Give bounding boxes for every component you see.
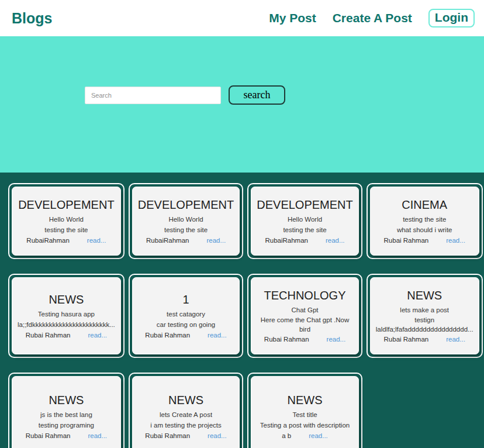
post-category: CINEMA [402,198,447,212]
post-meta: RubaiRahman read... [265,237,344,244]
post-meta: Rubai Rahman read... [26,432,107,439]
post-title: Chat Gpt [291,306,318,315]
post-category: NEWS [168,394,203,407]
post-title: test catagory [167,310,205,319]
read-more-link[interactable]: read... [446,336,465,343]
post-title: js is the best lang [40,411,92,420]
read-more-link[interactable]: read... [446,237,465,244]
post-description: i am testing the projects [150,421,221,430]
post-meta: RubaiRahman read... [146,237,226,244]
hero-section: search [0,36,484,173]
post-card[interactable]: NEWS Testing hasura app la;;fdkkkkkkkkkk… [8,274,125,358]
post-meta: Rubai Rahman read... [384,336,465,343]
post-category: DEVELOPEMENT [18,198,114,212]
post-card[interactable]: NEWS Test title Testing a post with desc… [247,373,362,448]
post-title: testing the site [403,215,446,225]
post-category: DEVELOPEMENT [138,198,234,212]
post-description: Testing a post with description [260,421,350,430]
post-card-body: NEWS lets Create A post i am testing the… [132,376,240,448]
post-author: Rubai Rahman [145,332,190,339]
post-card-body: NEWS Testing hasura app la;;fdkkkkkkkkkk… [12,277,121,354]
post-card-body: DEVELOPEMENT Hello World testing the sit… [12,187,121,256]
post-author: RubaiRahman [146,237,189,244]
read-more-link[interactable]: read... [87,237,106,244]
read-more-link[interactable]: read... [208,432,227,439]
header: Blogs My Post Create A Post Login [0,0,484,36]
post-category: NEWS [49,394,84,407]
post-title: Test title [292,411,317,420]
post-title: lets make a post [400,306,449,315]
post-author: Rubai Rahman [145,432,190,439]
post-author: Rubai Rahman [384,237,429,244]
read-more-link[interactable]: read... [88,332,107,339]
post-card-body: NEWS Test title Testing a post with desc… [251,376,358,448]
post-author: Rubai Rahman [264,336,309,343]
post-category: 1 [182,293,189,306]
post-card-body: 1 test catagory car testing on going Rub… [132,277,240,354]
post-card[interactable]: DEVELOPEMENT Hello World testing the sit… [247,183,362,259]
read-more-link[interactable]: read... [326,237,345,244]
read-more-link[interactable]: read... [327,336,346,343]
read-more-link[interactable]: read... [208,332,227,339]
post-meta: Rubai Rahman read... [26,332,107,339]
post-description: testing programing [39,421,94,430]
post-description: testing the site [283,226,326,235]
post-meta: Rubai Rahman read... [145,332,226,339]
post-author: Rubai Rahman [26,332,71,339]
login-button[interactable]: Login [428,9,475,27]
search-button[interactable]: search [229,85,285,105]
post-category: TECHNOLOGY [264,289,345,302]
post-meta: RubaiRahman read... [26,237,106,244]
post-author: Rubai Rahman [26,432,71,439]
post-card[interactable]: DEVELOPEMENT Hello World testing the sit… [8,183,125,259]
post-description: la;;fdkkkkkkkkkkkkkkkkkkkkkkk... [18,321,115,330]
post-description: testing the site [164,226,208,235]
read-more-link[interactable]: read... [206,237,226,244]
post-category: DEVELOPEMENT [257,198,352,212]
post-card-body: CINEMA testing the site what should i wr… [370,187,479,256]
post-card[interactable]: NEWS js is the best lang testing program… [8,373,125,448]
post-title: Hello World [168,215,203,225]
post-card[interactable]: CINEMA testing the site what should i wr… [367,183,483,259]
post-meta: a b read... [282,432,328,439]
post-card[interactable]: NEWS lets Create A post i am testing the… [129,373,243,448]
posts-grid: DEVELOPEMENT Hello World testing the sit… [8,183,476,448]
post-meta: Rubai Rahman read... [264,336,345,343]
post-description: car testing on going [157,321,215,330]
post-card[interactable]: TECHNOLOGY Chat Gpt Here come the Chat g… [247,274,362,358]
post-author: a b [282,432,291,439]
post-author: RubaiRahman [265,237,308,244]
post-author: RubaiRahman [26,237,70,244]
post-meta: Rubai Rahman read... [384,237,465,244]
post-card[interactable]: 1 test catagory car testing on going Rub… [129,274,243,358]
post-description: Here come the Chat gpt .Now bird [257,316,352,334]
post-card[interactable]: DEVELOPEMENT Hello World testing the sit… [129,183,243,259]
post-card-body: DEVELOPEMENT Hello World testing the sit… [132,187,240,256]
post-title: lets Create A post [160,411,212,420]
post-description: testing the site [44,226,88,235]
post-description: testign laldlfa;lfafadddddddddddddddd... [376,316,473,334]
post-card-body: TECHNOLOGY Chat Gpt Here come the Chat g… [251,277,358,354]
brand-logo[interactable]: Blogs [12,10,52,27]
posts-section: DEVELOPEMENT Hello World testing the sit… [0,173,484,448]
post-card-body: DEVELOPEMENT Hello World testing the sit… [251,187,358,256]
post-card-body: NEWS js is the best lang testing program… [12,376,121,448]
post-card[interactable]: NEWS lets make a post testign laldlfa;lf… [367,274,483,358]
nav-create-a-post[interactable]: Create A Post [333,11,412,25]
main-nav: My Post Create A Post Login [269,9,475,27]
read-more-link[interactable]: read... [88,432,107,439]
search-input[interactable] [85,87,221,104]
post-author: Rubai Rahman [384,336,429,343]
post-category: NEWS [49,293,84,306]
post-card-body: NEWS lets make a post testign laldlfa;lf… [370,277,479,354]
post-category: NEWS [288,394,323,407]
post-title: Hello World [288,215,322,225]
post-category: NEWS [407,289,442,302]
nav-my-post[interactable]: My Post [269,11,316,25]
read-more-link[interactable]: read... [309,432,328,439]
post-meta: Rubai Rahman read... [145,432,226,439]
post-description: what should i write [397,226,452,235]
post-title: Hello World [49,215,84,225]
post-title: Testing hasura app [38,310,95,319]
